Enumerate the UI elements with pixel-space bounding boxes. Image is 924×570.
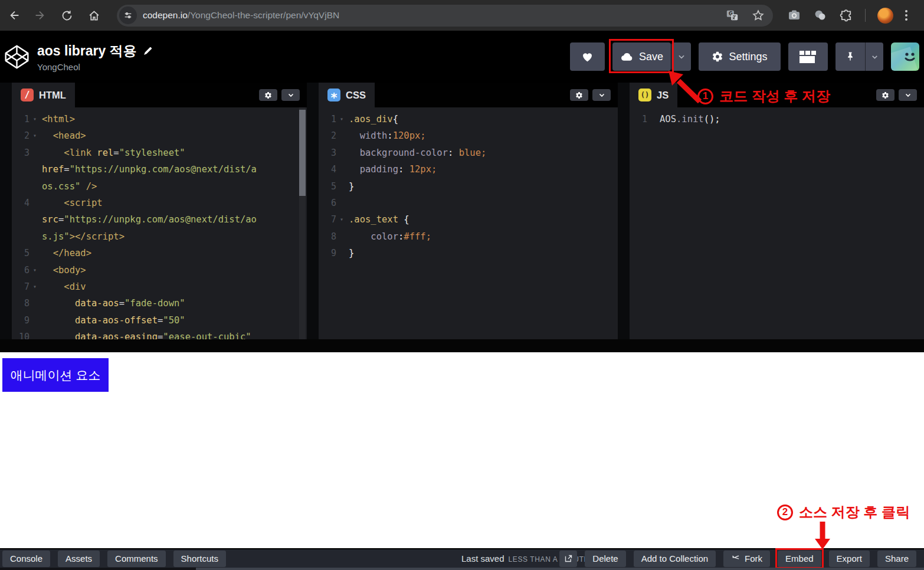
html-collapse-button[interactable]: [281, 89, 300, 101]
html-editor-scrollbar[interactable]: [299, 107, 306, 339]
chevron-down-icon: [598, 91, 605, 99]
code-line: os.css" />: [12, 178, 307, 195]
browser-menu-icon[interactable]: [905, 10, 907, 21]
home-button[interactable]: [84, 5, 104, 25]
settings-label: Settings: [729, 51, 767, 63]
chevron-down-icon: [287, 91, 294, 99]
css-collapse-button[interactable]: [592, 89, 611, 101]
gear-icon: [264, 91, 272, 99]
code-line: 1AOS.init();: [630, 111, 924, 127]
smiley-icon: [902, 48, 918, 66]
code-line: 1▾.aos_div{: [319, 111, 618, 127]
pin-icon: [844, 50, 856, 63]
blob-extension-icon[interactable]: [813, 8, 828, 23]
chevron-down-icon: [871, 53, 879, 61]
step1-circle: 1: [697, 89, 713, 104]
heart-icon: [581, 51, 594, 63]
comments-button[interactable]: Comments: [107, 551, 166, 567]
js-badge-icon: (): [638, 89, 651, 101]
cloud-icon: [620, 50, 634, 64]
code-line: 6: [319, 195, 618, 211]
love-button[interactable]: [570, 42, 605, 71]
camera-extension-icon[interactable]: [787, 8, 801, 22]
code-line: 8 color:#fff;: [319, 228, 618, 245]
code-line: 2 width:120px;: [319, 127, 618, 144]
back-button[interactable]: [5, 5, 25, 25]
layout-grid-icon: [800, 51, 817, 63]
delete-button[interactable]: Delete: [585, 551, 625, 567]
css-code-editor[interactable]: 1▾.aos_div{2 width:120px;3 background-co…: [319, 107, 618, 339]
code-line: 7▾.aos_text {: [319, 211, 618, 228]
translate-icon[interactable]: G: [726, 9, 739, 22]
js-collapse-button[interactable]: [899, 89, 917, 101]
code-line: 5}: [319, 178, 618, 195]
bookmark-star-icon[interactable]: [752, 9, 765, 22]
editor-preview-divider[interactable]: [0, 339, 924, 352]
codepen-header: aos library 적용 YongCheol Save Settings: [0, 31, 924, 83]
code-line: src="https://unpkg.com/aos@next/dist/ao: [12, 211, 307, 228]
tab-html[interactable]: / HTML: [12, 83, 75, 107]
html-code-editor[interactable]: 1▾<html>2▾ <head>3 <link rel="stylesheet…: [12, 107, 307, 339]
codepen-logo[interactable]: [4, 44, 30, 70]
save-dropdown-button[interactable]: [671, 42, 691, 71]
browser-toolbar: codepen.io/YongCheol-the-scripter/pen/vY…: [0, 0, 924, 31]
code-line: 1▾<html>: [12, 111, 307, 127]
code-line: 10 data-aos-easing="ease-out-cubic": [12, 329, 307, 339]
gear-icon: [712, 51, 723, 63]
panel-tab-label: HTML: [39, 90, 66, 101]
console-button[interactable]: Console: [2, 551, 50, 567]
fork-button[interactable]: Fork: [723, 551, 770, 567]
bottom-strip: [0, 568, 924, 570]
browser-profile-avatar[interactable]: [877, 8, 893, 24]
code-line: s.js"></script>: [12, 228, 307, 245]
code-line: 3 <link rel="stylesheet": [12, 145, 307, 161]
reload-button[interactable]: [57, 5, 77, 25]
html-editor-panel: / HTML 1▾<html>2▾ <head>3 <link rel="sty…: [12, 83, 307, 339]
save-button[interactable]: Save: [612, 42, 671, 71]
user-avatar[interactable]: [891, 42, 919, 71]
pin-dropdown-button[interactable]: [865, 42, 883, 71]
address-bar[interactable]: codepen.io/YongCheol-the-scripter/pen/vY…: [117, 5, 773, 27]
panel-tab-label: CSS: [346, 90, 366, 101]
toolbar-divider: [865, 9, 866, 22]
tab-js[interactable]: () JS: [630, 83, 677, 107]
site-settings-icon[interactable]: [119, 6, 137, 24]
chevron-down-icon: [905, 91, 912, 99]
change-view-button[interactable]: [788, 42, 828, 71]
save-label: Save: [639, 51, 663, 63]
export-button[interactable]: Export: [829, 551, 870, 567]
js-settings-button[interactable]: [876, 89, 894, 101]
code-line: href="https://unpkg.com/aos@next/dist/a: [12, 161, 307, 178]
annotation-step1: 1 코드 작성 후 저장: [697, 87, 830, 106]
gear-icon: [882, 91, 889, 99]
shortcuts-button[interactable]: Shortcuts: [173, 551, 226, 567]
extensions-puzzle-icon[interactable]: [840, 9, 853, 22]
edit-pencil-icon[interactable]: [143, 46, 153, 56]
embed-button[interactable]: Embed: [778, 551, 821, 567]
back-icon: [8, 9, 21, 22]
pen-author[interactable]: YongCheol: [37, 62, 153, 72]
add-to-collection-button[interactable]: Add to Collection: [634, 551, 716, 567]
pin-button[interactable]: [835, 42, 865, 71]
code-line: 4 padding: 12px;: [319, 161, 618, 178]
assets-button[interactable]: Assets: [58, 551, 100, 567]
code-line: 7▾ <div: [12, 279, 307, 295]
css-settings-button[interactable]: [570, 89, 588, 101]
tab-css[interactable]: * CSS: [319, 83, 375, 107]
forward-button[interactable]: [30, 5, 50, 25]
code-line: 4 <script: [12, 195, 307, 211]
css-editor-panel: * CSS 1▾.aos_div{2 width:120px;3 backgro…: [319, 83, 618, 339]
share-button[interactable]: Share: [877, 551, 916, 567]
external-link-icon: [564, 554, 573, 563]
css-badge-icon: *: [327, 89, 340, 101]
code-line: 9 data-aos-offset="50": [12, 312, 307, 329]
step2-text: 소스 저장 후 클릭: [799, 503, 910, 522]
settings-button[interactable]: Settings: [699, 42, 781, 71]
url-text[interactable]: codepen.io/YongCheol-the-scripter/pen/vY…: [143, 10, 339, 21]
open-preview-button[interactable]: [559, 551, 577, 567]
js-code-editor[interactable]: 1AOS.init();: [630, 107, 924, 339]
editors-region: / HTML 1▾<html>2▾ <head>3 <link rel="sty…: [0, 83, 924, 339]
code-line: 3 background-color: blue;: [319, 145, 618, 161]
url-host: codepen.io: [143, 10, 188, 20]
html-settings-button[interactable]: [259, 89, 277, 101]
